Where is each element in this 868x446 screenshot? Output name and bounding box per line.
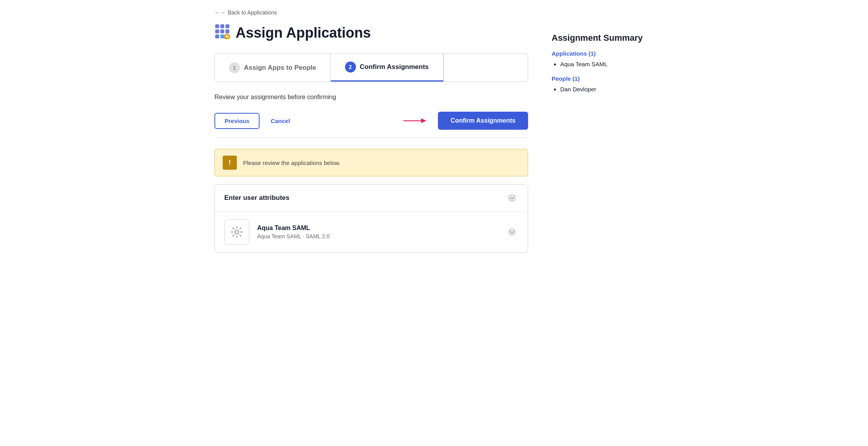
svg-rect-2 <box>225 24 229 28</box>
svg-rect-3 <box>215 29 219 33</box>
review-text: Review your assignments before confirmin… <box>214 94 528 101</box>
attributes-card: Enter user attributes Aqua Team SAM <box>214 184 528 253</box>
svg-rect-5 <box>225 29 229 33</box>
cancel-button[interactable]: Cancel <box>267 114 293 128</box>
summary-title: Assignment Summary <box>552 33 654 43</box>
svg-text:✎: ✎ <box>225 34 229 39</box>
steps-nav: 1 Assign Apps to People 2 Confirm Assign… <box>214 53 528 82</box>
gear-icon <box>231 226 243 238</box>
warning-banner: ! Please review the applications below. <box>214 149 528 176</box>
back-link[interactable]: ← ← Back to Applications <box>214 9 528 16</box>
svg-rect-0 <box>215 24 219 28</box>
step1-number: 1 <box>229 62 240 73</box>
app-icon-box <box>224 219 249 245</box>
attributes-collapse-button[interactable] <box>506 192 518 204</box>
actions-row: Previous Cancel Confirm Assignments <box>214 112 528 138</box>
svg-marker-11 <box>421 118 427 123</box>
step2-number: 2 <box>345 62 356 73</box>
list-item: Dan Devloper <box>560 86 654 92</box>
app-row-collapse-button[interactable] <box>506 226 518 238</box>
svg-point-12 <box>509 195 515 201</box>
chevron-down-icon <box>508 194 516 201</box>
app-name: Aqua Team SAML <box>257 225 330 232</box>
summary-applications-label: Applications (1) <box>552 50 654 57</box>
app-info: Aqua Team SAML Aqua Team SAML · SAML 2.0 <box>257 225 330 239</box>
svg-rect-1 <box>220 24 224 28</box>
step2-label: Confirm Assignments <box>360 63 429 71</box>
chevron-down-icon-2 <box>508 228 516 236</box>
svg-rect-7 <box>220 34 224 38</box>
previous-button[interactable]: Previous <box>214 113 260 129</box>
svg-point-14 <box>509 229 515 235</box>
summary-people-label: People (1) <box>552 75 654 82</box>
summary-people-list: Dan Devloper <box>552 86 654 92</box>
warning-icon: ! <box>223 156 237 170</box>
warning-message: Please review the applications below. <box>243 160 340 166</box>
page-icon: ✎ <box>214 24 230 42</box>
tab-confirm-assignments[interactable]: 2 Confirm Assignments <box>331 54 443 82</box>
attributes-header: Enter user attributes <box>215 185 528 212</box>
app-subtitle: Aqua Team SAML · SAML 2.0 <box>257 233 330 239</box>
attributes-title: Enter user attributes <box>224 194 289 202</box>
apps-grid-icon: ✎ <box>214 24 230 39</box>
arrow-indicator <box>403 116 427 125</box>
page-title: Assign Applications <box>236 25 371 41</box>
step1-label: Assign Apps to People <box>244 64 316 72</box>
svg-rect-6 <box>215 34 219 38</box>
back-arrow-icon: ← <box>214 9 220 16</box>
confirm-button[interactable]: Confirm Assignments <box>438 112 528 130</box>
summary-applications-list: Aqua Team SAML <box>552 61 654 67</box>
page-header: ✎ Assign Applications <box>214 24 528 42</box>
svg-point-13 <box>235 230 239 234</box>
app-row-actions <box>506 226 518 238</box>
app-row: Aqua Team SAML Aqua Team SAML · SAML 2.0 <box>215 212 528 252</box>
svg-rect-4 <box>220 29 224 33</box>
assignment-summary-sidebar: Assignment Summary Applications (1) Aqua… <box>552 9 654 253</box>
tab-assign-apps[interactable]: 1 Assign Apps to People <box>215 54 331 82</box>
list-item: Aqua Team SAML <box>560 61 654 67</box>
